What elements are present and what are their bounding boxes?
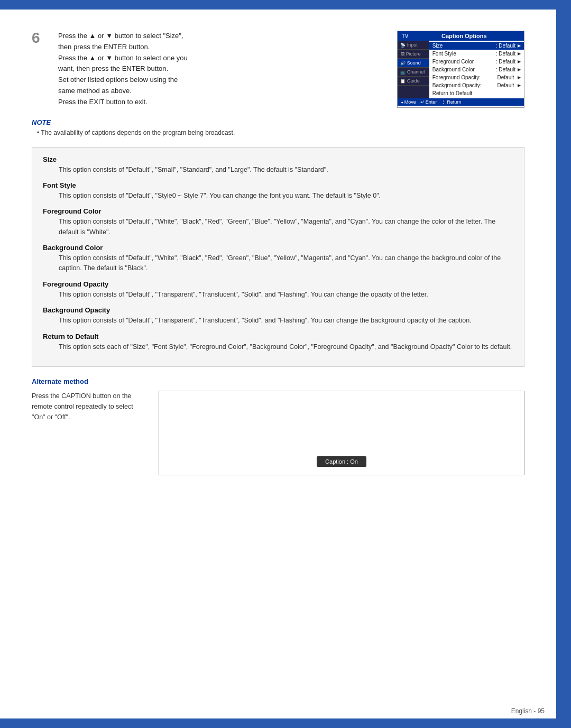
option-bg-color-desc: This option consists of "Default", "Whit… [43, 253, 513, 274]
option-bg-color-title: Background Color [43, 244, 513, 252]
option-size-desc: This option consists of "Default", "Smal… [43, 165, 513, 175]
tv-label: TV [402, 33, 409, 39]
font-style-label: Font Style [432, 51, 496, 57]
sidebar-item-input[interactable]: 📡 Input [398, 41, 429, 50]
move-icon: ⬥ [401, 99, 403, 105]
main-content: 6 Press the ▲ or ▼ button to select "Siz… [0, 10, 556, 496]
menu-row-return-default[interactable]: Return to Default [429, 89, 524, 97]
caption-options-title: Caption Options [441, 33, 487, 39]
input-icon: 📡 [400, 43, 406, 48]
menu-row-size[interactable]: Size : Default ▶ [429, 42, 524, 50]
tv-menu-sidebar: 📡 Input 🖼 Picture 🔊 Sound 📺 Channel [398, 41, 429, 98]
sidebar-picture-label: Picture [406, 51, 421, 57]
footer-return: ⋮ Return [441, 99, 461, 105]
fg-opacity-label: Foreground Opacity: [432, 75, 496, 80]
option-bg-opacity: Background Opacity This option consists … [43, 306, 513, 326]
bg-opacity-arrow: ▶ [518, 83, 521, 88]
alternate-content: Press the CAPTION button on the remote c… [32, 391, 524, 475]
fg-color-value: : Default [496, 59, 515, 64]
option-fg-opacity-title: Foreground Opacity [43, 280, 513, 288]
note-section: NOTE • The availability of captions depe… [32, 118, 524, 136]
fg-color-arrow: ▶ [518, 59, 521, 64]
fg-color-label: Foreground Color [432, 59, 496, 64]
top-bar [0, 0, 571, 10]
return-default-label: Return to Default [432, 90, 496, 96]
tv-menu-header: TV Caption Options [398, 31, 524, 41]
option-font-style-title: Font Style [43, 181, 513, 189]
sidebar-input-label: Input [407, 42, 418, 48]
sidebar-item-sound[interactable]: 🔊 Sound [398, 59, 429, 68]
bg-color-value: : Default [496, 67, 515, 72]
size-value: : Default [496, 43, 515, 49]
size-arrow: ▶ [518, 43, 521, 48]
option-fg-color-desc: This option consists of "Default", "Whit… [43, 217, 513, 237]
alternate-section: Alternate method Press the CAPTION butto… [32, 377, 524, 475]
return-icon: ⋮ [441, 99, 446, 105]
option-fg-color-title: Foreground Color [43, 207, 513, 215]
option-font-style-desc: This option consists of "Default", "Styl… [43, 191, 513, 201]
sidebar-guide-label: Guide [407, 78, 420, 84]
option-fg-opacity: Foreground Opacity This option consists … [43, 280, 513, 300]
alternate-title: Alternate method [32, 377, 524, 385]
option-fg-opacity-desc: This option consists of "Default", "Tran… [43, 290, 513, 300]
alternate-text: Press the CAPTION button on the remote c… [32, 391, 148, 475]
page-number: English - 95 [511, 707, 545, 715]
step-number: 6 [32, 31, 48, 108]
tv-menu-footer: ⬥ Move ↵ Enter ⋮ Return [398, 98, 524, 106]
right-sidebar [556, 0, 571, 728]
tv-menu-content: Size : Default ▶ Font Style : Default ▶ … [429, 41, 524, 98]
fg-opacity-arrow: ▶ [518, 75, 521, 80]
step-section: 6 Press the ▲ or ▼ button to select "Siz… [32, 31, 524, 108]
footer-move: ⬥ Move [401, 99, 416, 105]
font-style-value: : Default [496, 51, 515, 57]
bg-color-arrow: ▶ [518, 67, 521, 72]
footer-enter: ↵ Enter [420, 99, 437, 105]
sidebar-item-channel[interactable]: 📺 Channel [398, 68, 429, 77]
tv-menu: TV Caption Options 📡 Input 🖼 Picture 🔊 [397, 31, 524, 108]
sidebar-item-guide[interactable]: 📋 Guide [398, 77, 429, 86]
sidebar-sound-label: Sound [407, 60, 421, 66]
note-text: • The availability of captions depends o… [37, 129, 524, 136]
option-size: Size This option consists of "Default", … [43, 155, 513, 175]
menu-row-font-style[interactable]: Font Style : Default ▶ [429, 50, 524, 58]
bg-color-label: Background Color [432, 67, 496, 72]
option-return-default: Return to Default This option sets each … [43, 333, 513, 352]
menu-row-bg-color[interactable]: Background Color : Default ▶ [429, 66, 524, 73]
sidebar-channel-label: Channel [407, 69, 425, 75]
options-box: Size This option consists of "Default", … [32, 147, 524, 367]
menu-row-bg-opacity[interactable]: Background Opacity: Default ▶ [429, 81, 524, 89]
enter-icon: ↵ [420, 99, 425, 105]
channel-icon: 📺 [400, 70, 406, 75]
option-font-style: Font Style This option consists of "Defa… [43, 181, 513, 201]
option-return-default-title: Return to Default [43, 333, 513, 340]
sidebar-item-picture[interactable]: 🖼 Picture [398, 50, 429, 59]
step-text: Press the ▲ or ▼ button to select "Size"… [58, 31, 386, 108]
option-size-title: Size [43, 155, 513, 163]
caption-on-bar: Caption : On [317, 456, 366, 467]
option-return-default-desc: This option sets each of "Size", "Font S… [43, 342, 513, 352]
size-label: Size [432, 43, 496, 49]
sound-icon: 🔊 [400, 61, 406, 66]
alternate-screenshot: Caption : On [159, 391, 524, 475]
picture-icon: 🖼 [400, 52, 404, 57]
bg-opacity-label: Background Opacity: [432, 82, 496, 88]
bottom-bar [0, 718, 571, 728]
option-bg-opacity-desc: This option consists of "Default", "Tran… [43, 316, 513, 326]
tv-menu-body: 📡 Input 🖼 Picture 🔊 Sound 📺 Channel [398, 41, 524, 98]
option-bg-opacity-title: Background Opacity [43, 306, 513, 314]
option-fg-color: Foreground Color This option consists of… [43, 207, 513, 237]
guide-icon: 📋 [400, 79, 406, 84]
font-style-arrow: ▶ [518, 51, 521, 56]
fg-opacity-value: Default [498, 75, 514, 80]
option-bg-color: Background Color This option consists of… [43, 244, 513, 274]
bg-opacity-value: Default [498, 82, 514, 88]
menu-row-fg-opacity[interactable]: Foreground Opacity: Default ▶ [429, 73, 524, 81]
menu-row-fg-color[interactable]: Foreground Color : Default ▶ [429, 58, 524, 66]
note-title: NOTE [32, 118, 524, 126]
